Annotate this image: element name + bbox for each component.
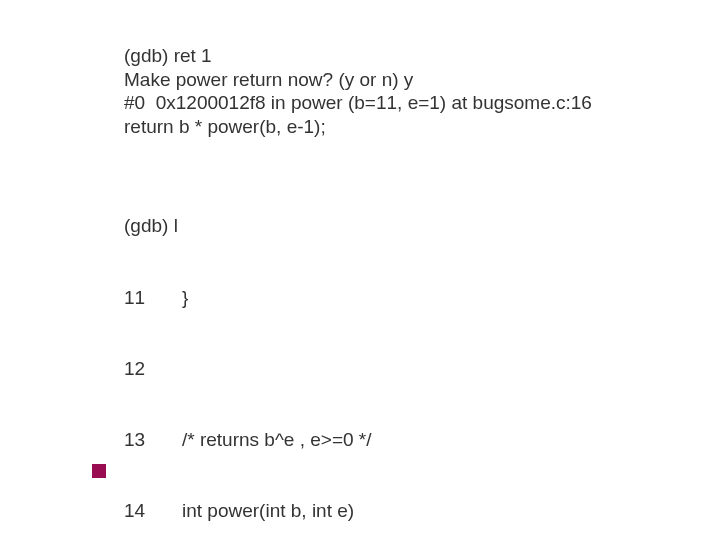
listing-row: 12: [124, 357, 690, 381]
listing-row: 13/* returns b^e , e>=0 */: [124, 428, 690, 452]
gdb-listing-cmd: (gdb) l: [124, 214, 690, 238]
gdb-ret-block: (gdb) ret 1 Make power return now? (y or…: [124, 20, 690, 139]
line-number: 13: [124, 428, 182, 452]
line-number: 14: [124, 499, 182, 523]
line-number: 12: [124, 357, 182, 381]
gdb-line: return b * power(b, e-1);: [124, 116, 326, 137]
slide: (gdb) ret 1 Make power return now? (y or…: [0, 0, 720, 540]
gdb-listing-block: (gdb) l 11} 12 13/* returns b^e , e>=0 *…: [124, 167, 690, 540]
accent-square-icon: [92, 464, 106, 478]
code-text: /* returns b^e , e>=0 */: [182, 428, 372, 452]
gdb-line: #0 0x1200012f8 in power (b=11, e=1) at b…: [124, 92, 592, 113]
code-text: }: [182, 286, 188, 310]
gdb-line: (gdb) ret 1: [124, 45, 212, 66]
line-number: 11: [124, 286, 182, 310]
code-text: int power(int b, int e): [182, 499, 354, 523]
gdb-line: Make power return now? (y or n) y: [124, 69, 413, 90]
listing-row: 11}: [124, 286, 690, 310]
listing-row: 14int power(int b, int e): [124, 499, 690, 523]
